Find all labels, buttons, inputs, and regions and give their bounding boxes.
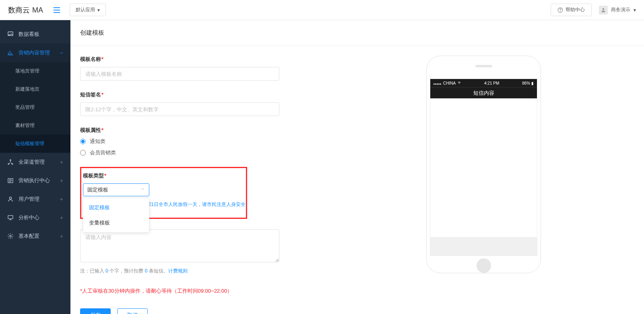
network-icon bbox=[7, 159, 14, 165]
template-type-dropdown: 固定模板 变量模板 bbox=[83, 198, 149, 233]
sidebar-item-label: 短信模板管理 bbox=[15, 140, 44, 147]
template-name-label: 模板名称* bbox=[80, 56, 370, 63]
billing-rules-link[interactable]: 计费规则 bbox=[168, 268, 188, 274]
app-selector-dropdown[interactable]: 默认应用 ▾ bbox=[70, 4, 106, 16]
sidebar-item-user-manage[interactable]: 用户管理 + bbox=[0, 190, 70, 208]
sidebar-item-label: 素材管理 bbox=[15, 122, 35, 129]
sidebar-item-landing-manage[interactable]: 落地页管理 bbox=[0, 62, 70, 80]
sidebar-item-marketing-content[interactable]: 营销内容管理 − bbox=[0, 44, 70, 62]
expand-icon: + bbox=[60, 214, 63, 221]
sidebar-item-execution-center[interactable]: 营销执行中心 + bbox=[0, 171, 70, 190]
phone-status-bar: CHINA 4:21 PM 86% ▮ bbox=[430, 79, 537, 87]
sidebar-item-label: 用户管理 bbox=[19, 195, 39, 203]
sms-sign-label: 短信签名* bbox=[80, 91, 370, 98]
brand-sub: MA bbox=[32, 6, 43, 15]
battery-label: 86% bbox=[522, 81, 530, 85]
monitor-icon bbox=[7, 214, 14, 221]
expand-icon: + bbox=[60, 196, 63, 202]
sidebar-item-label: 奖品管理 bbox=[15, 104, 35, 111]
template-type-highlight-box: 模板类型* 固定模板 ⌄ 示例：受强台风天气影响，9月21日全市人民放假一天，请… bbox=[80, 167, 247, 219]
gear-icon bbox=[7, 233, 14, 239]
audit-note: *人工审核在30分钟内操作，请耐心等待（工作时间09:00~22:00） bbox=[80, 287, 370, 295]
svg-point-10 bbox=[10, 235, 11, 237]
attr-radio-notification[interactable]: 通知类 bbox=[80, 138, 370, 145]
phone-screen-body bbox=[430, 98, 537, 237]
sms-sign-input[interactable] bbox=[80, 102, 279, 116]
brand: 数商云 MA bbox=[8, 5, 43, 15]
sidebar-item-label: 营销内容管理 bbox=[19, 49, 50, 56]
list-icon bbox=[7, 177, 14, 184]
caret-down-icon: ▾ bbox=[634, 7, 636, 13]
avatar-icon bbox=[599, 6, 608, 15]
template-type-selected: 固定模板 bbox=[87, 186, 108, 193]
type-option-fixed[interactable]: 固定模板 bbox=[83, 200, 149, 215]
preview-column: CHINA 4:21 PM 86% ▮ 短信内容 bbox=[394, 56, 634, 273]
sidebar-item-omnichannel[interactable]: 全渠道管理 + bbox=[0, 153, 70, 171]
sidebar-submenu: 落地页管理 新建落地页 奖品管理 素材管理 短信模板管理 bbox=[0, 62, 70, 153]
menu-toggle-icon[interactable] bbox=[54, 7, 60, 13]
main-content: 创建模板 模板名称* 短信签名* 模板属性* 通知类 会员营销类 bbox=[70, 20, 644, 314]
form-column: 模板名称* 短信签名* 模板属性* 通知类 会员营销类 模板类型* bbox=[80, 56, 370, 314]
sidebar: 数据看板 营销内容管理 − 落地页管理 新建落地页 奖品管理 素材管理 短信模板… bbox=[0, 20, 70, 314]
battery-icon: ▮ bbox=[531, 81, 534, 85]
sidebar-item-label: 分析中心 bbox=[19, 214, 39, 221]
sidebar-item-analytics[interactable]: 分析中心 + bbox=[0, 208, 70, 227]
type-option-variable[interactable]: 变量模板 bbox=[83, 215, 149, 231]
user-menu[interactable]: 商务演示 ▾ bbox=[599, 6, 636, 15]
sidebar-item-basic-config[interactable]: 基本配置 + bbox=[0, 227, 70, 245]
topbar: 数商云 MA 默认应用 ▾ 帮助中心 商务演示 ▾ bbox=[0, 0, 644, 20]
template-content-textarea[interactable] bbox=[80, 229, 279, 262]
sidebar-item-label: 数据看板 bbox=[19, 31, 39, 38]
sidebar-item-landing-new[interactable]: 新建落地页 bbox=[0, 80, 70, 98]
template-type-label: 模板类型* bbox=[83, 172, 242, 179]
user-icon bbox=[7, 196, 14, 202]
phone-screen-title: 短信内容 bbox=[430, 87, 537, 98]
svg-rect-9 bbox=[8, 216, 13, 219]
page-title: 创建模板 bbox=[70, 20, 644, 46]
svg-point-1 bbox=[560, 11, 561, 12]
collapse-icon: − bbox=[60, 50, 63, 56]
phone-screen-footer bbox=[430, 237, 537, 256]
char-count-note: 注：已输入 0 个字，预计扣费 0 条短信。计费规则 bbox=[80, 268, 370, 274]
svg-point-2 bbox=[603, 8, 605, 10]
chevron-up-icon: ⌄ bbox=[140, 187, 145, 193]
template-attr-label: 模板属性* bbox=[80, 127, 370, 134]
wifi-icon bbox=[457, 81, 461, 85]
cancel-button[interactable]: 取消 bbox=[117, 308, 148, 314]
signal-icon bbox=[433, 81, 442, 85]
sidebar-item-sms-template[interactable]: 短信模板管理 bbox=[0, 135, 70, 153]
expand-icon: + bbox=[60, 233, 63, 239]
status-time: 4:21 PM bbox=[461, 81, 522, 85]
brand-main: 数商云 bbox=[8, 5, 30, 15]
attr-radio-marketing[interactable]: 会员营销类 bbox=[80, 149, 370, 156]
save-button[interactable]: 保存 bbox=[80, 308, 111, 314]
svg-point-8 bbox=[9, 197, 11, 199]
expand-icon: + bbox=[60, 177, 63, 184]
user-name: 商务演示 bbox=[611, 6, 630, 13]
sidebar-item-material-manage[interactable]: 素材管理 bbox=[0, 116, 70, 135]
sidebar-item-prize-manage[interactable]: 奖品管理 bbox=[0, 98, 70, 116]
sidebar-item-label: 全渠道管理 bbox=[19, 158, 45, 166]
sidebar-item-dashboard[interactable]: 数据看板 bbox=[0, 25, 70, 44]
dashboard-icon bbox=[7, 31, 14, 37]
template-type-select[interactable]: 固定模板 ⌄ bbox=[83, 183, 149, 196]
svg-point-4 bbox=[10, 160, 11, 161]
app-selector-label: 默认应用 bbox=[76, 6, 95, 13]
phone-screen: CHINA 4:21 PM 86% ▮ 短信内容 bbox=[430, 79, 537, 256]
sidebar-item-label: 新建落地页 bbox=[15, 86, 39, 93]
template-name-input[interactable] bbox=[80, 67, 279, 81]
phone-preview: CHINA 4:21 PM 86% ▮ 短信内容 bbox=[426, 56, 541, 273]
help-center-button[interactable]: 帮助中心 bbox=[551, 4, 592, 16]
sidebar-item-label: 基本配置 bbox=[19, 233, 39, 240]
expand-icon: + bbox=[60, 159, 63, 165]
help-center-label: 帮助中心 bbox=[566, 6, 585, 13]
carrier-label: CHINA bbox=[443, 81, 456, 85]
chart-icon bbox=[7, 50, 14, 56]
question-circle-icon bbox=[557, 7, 563, 13]
caret-down-icon: ▾ bbox=[97, 7, 100, 13]
phone-home-button bbox=[477, 258, 491, 273]
sidebar-item-label: 营销执行中心 bbox=[19, 177, 50, 184]
sidebar-item-label: 落地页管理 bbox=[15, 68, 39, 75]
